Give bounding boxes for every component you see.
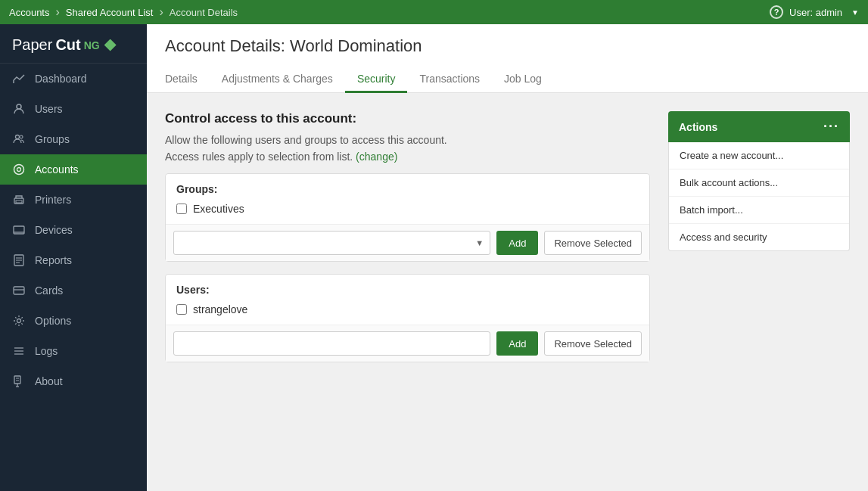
svg-point-2 <box>20 135 23 138</box>
tab-job-log[interactable]: Job Log <box>492 67 554 93</box>
logo-text-ng: NG <box>84 39 100 51</box>
sidebar-item-logs-label: Logs <box>35 345 58 357</box>
devices-icon <box>12 223 26 237</box>
sidebar-item-dashboard[interactable]: Dashboard <box>0 64 147 94</box>
top-bar-right: ? User: admin ▼ <box>770 5 859 19</box>
breadcrumb: Accounts › Shared Account List › Account… <box>9 5 770 19</box>
user-item-strangelove: strangelove <box>176 303 639 315</box>
users-box: Users: strangelove Add Remove Selected <box>165 274 650 362</box>
chevron-down-icon: ▼ <box>475 238 484 247</box>
groups-box: Groups: Executives ▼ Add Remove Selected <box>165 173 650 262</box>
sidebar-item-options[interactable]: Options <box>0 306 147 336</box>
sidebar-item-users-label: Users <box>35 103 63 115</box>
svg-point-4 <box>17 168 21 172</box>
sidebar-item-groups-label: Groups <box>35 133 70 145</box>
svg-point-15 <box>17 319 21 323</box>
users-box-inner: Users: strangelove <box>166 275 649 325</box>
user-menu-chevron[interactable]: ▼ <box>851 8 859 17</box>
users-add-button[interactable]: Add <box>496 331 538 356</box>
sidebar-item-about-label: About <box>35 375 63 387</box>
user-strangelove-checkbox[interactable] <box>176 304 187 315</box>
users-controls: Add Remove Selected <box>166 325 649 362</box>
sidebar-item-devices[interactable]: Devices <box>0 215 147 245</box>
section-desc-1: Allow the following users and groups to … <box>165 134 650 146</box>
about-icon <box>12 374 26 388</box>
action-create-new-account[interactable]: Create a new account... <box>669 142 849 169</box>
main-content: Control access to this account: Allow th… <box>165 111 650 473</box>
logo: PaperCut NG <box>12 36 135 54</box>
logo-text-cut: Cut <box>55 36 80 54</box>
sidebar-item-printers[interactable]: Printers <box>0 185 147 215</box>
page-title: Account Details: World Domination <box>165 36 850 56</box>
svg-point-1 <box>16 135 20 139</box>
sidebar-item-dashboard-label: Dashboard <box>35 73 87 85</box>
groups-label: Groups: <box>176 183 639 195</box>
sidebar-item-logs[interactable]: Logs <box>0 336 147 366</box>
breadcrumb-account-details: Account Details <box>163 7 244 18</box>
top-bar: Accounts › Shared Account List › Account… <box>0 0 868 24</box>
help-icon[interactable]: ? <box>770 5 783 19</box>
group-executives-checkbox[interactable] <box>176 204 187 214</box>
action-access-and-security[interactable]: Access and security <box>669 224 849 250</box>
groups-dropdown[interactable]: ▼ <box>173 231 490 255</box>
logo-leaf-icon <box>104 39 117 51</box>
group-item-executives: Executives <box>176 203 639 215</box>
users-icon <box>12 102 26 116</box>
tab-adjustments[interactable]: Adjustments & Charges <box>210 67 345 93</box>
svg-rect-13 <box>14 287 24 294</box>
main: Account Details: World Domination Detail… <box>147 24 868 491</box>
dashboard-icon <box>12 72 26 85</box>
sidebar-item-groups[interactable]: Groups <box>0 124 147 154</box>
cards-icon <box>12 284 26 297</box>
users-dropdown[interactable] <box>173 331 490 356</box>
tab-details[interactable]: Details <box>165 67 210 93</box>
accounts-icon <box>12 163 26 176</box>
logo-text-paper: Paper <box>12 36 52 54</box>
breadcrumb-shared-account-list[interactable]: Shared Account List <box>60 7 160 18</box>
actions-menu-dots[interactable]: ··· <box>823 119 839 135</box>
actions-panel: Actions ··· Create a new account... Bulk… <box>668 111 850 473</box>
sidebar-item-devices-label: Devices <box>35 224 73 236</box>
tabs: Details Adjustments & Charges Security T… <box>165 67 850 92</box>
svg-rect-6 <box>16 200 22 203</box>
actions-header: Actions ··· <box>668 111 850 142</box>
content-area: Control access to this account: Allow th… <box>147 93 868 491</box>
sidebar-item-printers-label: Printers <box>35 194 71 206</box>
actions-menu: Create a new account... Bulk account act… <box>668 142 850 251</box>
sidebar-item-accounts[interactable]: Accounts <box>0 154 147 185</box>
groups-box-inner: Groups: Executives <box>166 174 649 224</box>
tab-security[interactable]: Security <box>345 67 408 93</box>
sidebar-item-reports-label: Reports <box>35 254 72 266</box>
user-label: User: admin <box>789 7 842 18</box>
options-icon <box>12 314 26 328</box>
users-label: Users: <box>176 284 639 296</box>
section-desc-2: Access rules apply to selection from lis… <box>165 151 650 163</box>
logs-icon <box>12 344 26 358</box>
groups-add-button[interactable]: Add <box>496 231 538 255</box>
action-batch-import[interactable]: Batch import... <box>669 197 849 224</box>
reports-icon <box>12 253 26 267</box>
svg-rect-19 <box>14 376 20 384</box>
sidebar-item-accounts-label: Accounts <box>35 163 79 176</box>
sidebar-item-users[interactable]: Users <box>0 94 147 124</box>
groups-icon <box>12 132 26 146</box>
sidebar-item-cards-label: Cards <box>35 284 63 297</box>
group-executives-name: Executives <box>193 203 244 215</box>
groups-controls: ▼ Add Remove Selected <box>166 224 649 261</box>
users-remove-button[interactable]: Remove Selected <box>544 331 642 356</box>
breadcrumb-accounts[interactable]: Accounts <box>9 7 55 18</box>
sidebar-item-cards[interactable]: Cards <box>0 275 147 306</box>
sidebar: PaperCut NG Dashboard Users Groups <box>0 24 147 491</box>
actions-title: Actions <box>679 121 717 133</box>
user-strangelove-name: strangelove <box>193 303 247 315</box>
action-bulk-account-actions[interactable]: Bulk account actions... <box>669 169 849 197</box>
svg-point-3 <box>14 165 24 175</box>
sidebar-item-about[interactable]: About <box>0 366 147 396</box>
printers-icon <box>12 193 26 207</box>
change-link[interactable]: (change) <box>356 151 397 163</box>
logo-area: PaperCut NG <box>0 24 147 64</box>
tab-transactions[interactable]: Transactions <box>407 67 492 93</box>
sidebar-item-reports[interactable]: Reports <box>0 245 147 275</box>
groups-remove-button[interactable]: Remove Selected <box>544 231 642 255</box>
section-title: Control access to this account: <box>165 111 650 126</box>
